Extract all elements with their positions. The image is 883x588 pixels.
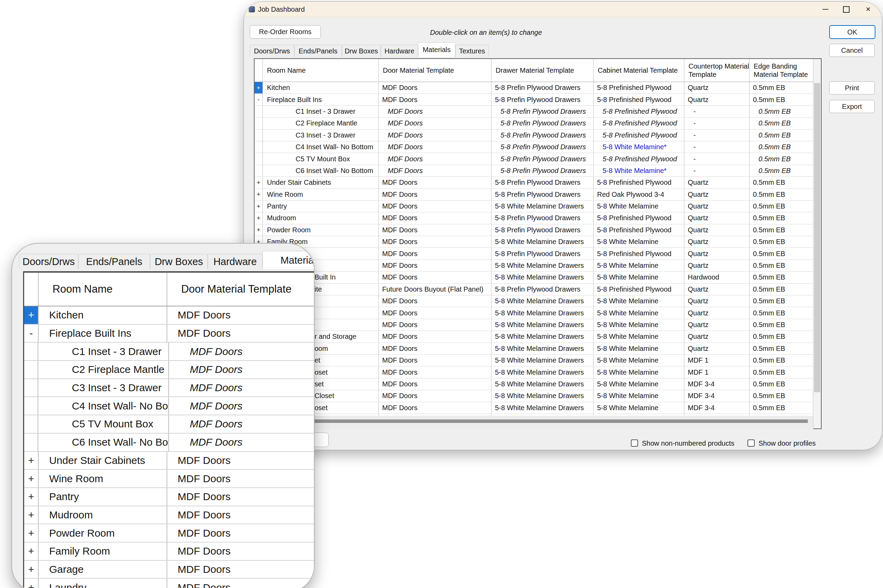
cell-door[interactable]: MDF Doors bbox=[167, 325, 314, 342]
cell-cabinet[interactable]: 5-8 White Melamine* bbox=[594, 165, 684, 177]
cell-cabinet[interactable]: 5-8 White Melamine bbox=[594, 402, 684, 414]
cell-door[interactable]: MDF Doors bbox=[167, 543, 314, 560]
cell-drawer[interactable]: 5-8 Prefin Plywood Drawers bbox=[492, 284, 594, 295]
cell-cabinet[interactable]: 5-8 Prefinished Plywood bbox=[594, 177, 684, 188]
cell-drawer[interactable]: 5-8 Prefin Plywood Drawers bbox=[492, 153, 594, 164]
cell-door[interactable]: MDF Doors bbox=[379, 331, 492, 342]
cell-cabinet[interactable]: 5-8 White Melamine bbox=[594, 331, 684, 342]
cell-drawer[interactable]: 5-8 Prefin Plywood Drawers bbox=[492, 248, 594, 259]
cell-door[interactable]: MDF Doors bbox=[169, 379, 314, 397]
cell-countertop[interactable]: - bbox=[684, 106, 749, 117]
cell-door[interactable]: MDF Doors bbox=[379, 177, 492, 188]
cell-cabinet[interactable]: 5-8 White Melamine bbox=[594, 378, 684, 390]
cell-drawer[interactable]: 5-8 White Melamine Drawers bbox=[492, 355, 594, 366]
close-button[interactable]: ✕ bbox=[862, 3, 874, 15]
cell-cabinet[interactable]: 5-8 White Melamine bbox=[594, 272, 684, 283]
tab-materials[interactable]: Materials bbox=[262, 251, 314, 269]
cell-drawer[interactable]: 5-8 Prefin Plywood Drawers bbox=[492, 106, 594, 117]
cell-room-name[interactable]: Kitchen bbox=[39, 306, 167, 324]
cell-drawer[interactable]: 5-8 Prefin Plywood Drawers bbox=[492, 82, 594, 93]
cell-room-name[interactable]: Kitchen bbox=[263, 82, 379, 93]
cell-countertop[interactable]: Quartz bbox=[684, 212, 749, 224]
cell-cabinet[interactable]: 5-8 White Melamine* bbox=[594, 141, 684, 153]
cell-countertop[interactable]: Quartz bbox=[684, 201, 749, 212]
cell-cabinet[interactable]: 5-8 White Melamine bbox=[594, 355, 684, 366]
cell-drawer[interactable]: 5-8 White Melamine Drawers bbox=[492, 296, 594, 307]
cell-countertop[interactable]: MDF 3-4 bbox=[684, 402, 749, 414]
tab-hardware[interactable]: Hardware bbox=[381, 45, 418, 57]
cell-edge[interactable]: 0.5mm EB bbox=[749, 117, 813, 129]
cell-room-name[interactable]: C2 Fireplace Mantle bbox=[38, 361, 169, 378]
row-expander[interactable] bbox=[254, 153, 263, 164]
cell-door[interactable]: MDF Doors bbox=[379, 201, 492, 212]
cell-door[interactable]: MDF Doors bbox=[379, 378, 492, 390]
cell-room-name[interactable]: C3 Inset - 3 Drawer bbox=[38, 379, 169, 397]
cell-countertop[interactable]: Quartz bbox=[684, 189, 749, 200]
row-expander[interactable]: + bbox=[24, 524, 39, 542]
cell-door[interactable]: MDF Doors bbox=[379, 224, 492, 236]
row-expander[interactable]: + bbox=[254, 224, 263, 236]
cell-drawer[interactable]: 5-8 White Melamine Drawers bbox=[492, 402, 594, 414]
cell-drawer[interactable]: 5-8 Prefin Plywood Drawers bbox=[492, 189, 594, 200]
row-expander[interactable]: + bbox=[24, 561, 39, 578]
cell-countertop[interactable]: Quartz bbox=[684, 82, 749, 93]
vertical-scrollbar[interactable] bbox=[813, 59, 821, 428]
cell-cabinet[interactable]: 5-8 Prefinished Plywood bbox=[594, 248, 684, 259]
cell-room-name[interactable]: Pantry bbox=[39, 488, 167, 506]
row-expander[interactable]: + bbox=[24, 470, 39, 488]
cell-countertop[interactable]: Quartz bbox=[684, 343, 749, 354]
minimize-button[interactable]: — bbox=[819, 3, 832, 15]
cell-countertop[interactable]: Quartz bbox=[684, 177, 749, 188]
cell-countertop[interactable]: - bbox=[684, 141, 749, 153]
cell-door[interactable]: MDF Doors bbox=[379, 272, 492, 283]
cell-door[interactable]: MDF Doors bbox=[379, 260, 492, 271]
cell-countertop[interactable]: Quartz bbox=[684, 319, 749, 330]
cell-edge[interactable]: 0.5mm EB bbox=[749, 141, 813, 153]
cell-cabinet[interactable]: 5-8 White Melamine bbox=[594, 307, 684, 318]
tab-ends-panels[interactable]: Ends/Panels bbox=[294, 45, 342, 57]
cell-drawer[interactable]: 5-8 White Melamine Drawers bbox=[492, 390, 594, 402]
cell-drawer[interactable]: 5-8 White Melamine Drawers bbox=[492, 201, 594, 212]
cell-cabinet[interactable]: 5-8 Prefinished Plywood bbox=[594, 224, 684, 236]
tab-materials[interactable]: Materials bbox=[418, 42, 455, 57]
cell-room-name[interactable]: C5 TV Mount Box bbox=[38, 416, 169, 433]
tab-doors-drws[interactable]: Doors/Drws bbox=[19, 254, 78, 269]
cell-edge[interactable]: 0.5mm EB bbox=[749, 212, 813, 224]
cell-edge[interactable]: 0.5mm EB bbox=[749, 402, 813, 414]
cell-countertop[interactable]: Quartz bbox=[684, 296, 749, 307]
row-expander[interactable] bbox=[24, 343, 38, 360]
tab-ends-panels[interactable]: Ends/Panels bbox=[78, 254, 150, 269]
cell-room-name[interactable]: C4 Inset Wall- No Bottom bbox=[38, 397, 169, 415]
cell-edge[interactable]: 0.5mm EB bbox=[749, 94, 813, 105]
row-expander[interactable]: + bbox=[24, 579, 39, 588]
cell-drawer[interactable]: 5-8 Prefin Plywood Drawers bbox=[492, 177, 594, 188]
cell-cabinet[interactable]: 5-8 White Melamine bbox=[594, 236, 684, 248]
cell-cabinet[interactable]: 5-8 White Melamine bbox=[594, 343, 684, 354]
row-expander[interactable] bbox=[24, 416, 38, 433]
row-expander[interactable]: + bbox=[24, 488, 39, 506]
cell-room-name[interactable]: Laundry bbox=[39, 579, 167, 588]
cell-door[interactable]: MDF Doors bbox=[379, 212, 492, 224]
cell-drawer[interactable]: 5-8 White Melamine Drawers bbox=[492, 236, 594, 248]
cell-edge[interactable]: 0.5mm EB bbox=[749, 165, 813, 177]
cell-edge[interactable]: 0.5mm EB bbox=[749, 224, 813, 236]
cell-door[interactable]: MDF Doors bbox=[379, 141, 492, 153]
cell-door[interactable]: MDF Doors bbox=[169, 416, 314, 433]
row-expander[interactable]: + bbox=[24, 543, 39, 560]
cell-drawer[interactable]: 5-8 White Melamine Drawers bbox=[492, 366, 594, 378]
cell-edge[interactable]: 0.5mm EB bbox=[749, 201, 813, 212]
row-expander[interactable]: + bbox=[24, 506, 39, 524]
cell-door[interactable]: MDF Doors bbox=[379, 236, 492, 248]
row-expander[interactable] bbox=[24, 379, 38, 397]
cell-room-name[interactable]: C1 Inset - 3 Drawer bbox=[38, 343, 169, 360]
cell-door[interactable]: MDF Doors bbox=[167, 452, 314, 470]
cell-edge[interactable]: 0.5mm EB bbox=[749, 319, 813, 330]
cell-room-name[interactable]: C3 Inset - 3 Drawer bbox=[263, 130, 379, 141]
row-expander[interactable]: - bbox=[24, 325, 39, 342]
cell-drawer[interactable]: 5-8 Prefin Plywood Drawers bbox=[492, 117, 594, 129]
cell-room-name[interactable]: Mudroom bbox=[39, 506, 167, 524]
cell-drawer[interactable]: 5-8 Prefin Plywood Drawers bbox=[492, 141, 594, 153]
cell-countertop[interactable]: - bbox=[684, 153, 749, 164]
cell-door[interactable]: MDF Doors bbox=[379, 366, 492, 378]
cell-countertop[interactable]: MDF 3-4 bbox=[684, 390, 749, 402]
